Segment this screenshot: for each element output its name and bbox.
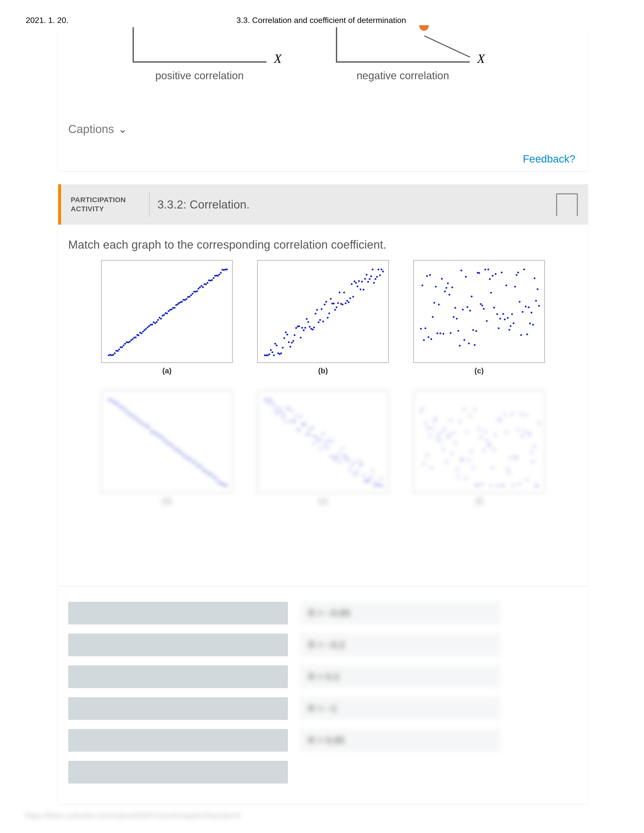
match-value[interactable]: R = −0.85	[301, 602, 500, 624]
footer-url: https://learn.zybooks.com/zybook/DAT210v…	[25, 811, 241, 820]
scatter-plot	[101, 260, 233, 363]
plot-cell-a: (a)	[93, 260, 240, 375]
activity-title: 3.3.2: Correlation.	[157, 198, 250, 211]
plot-cell-e: (e)	[250, 390, 396, 505]
captions-label: Captions	[68, 122, 114, 136]
positive-correlation-plot: X positive correlation	[133, 27, 266, 63]
scatter-plot	[257, 260, 389, 363]
plot-caption-negative: negative correlation	[336, 70, 470, 82]
plot-label: (b)	[318, 367, 328, 375]
x-axis-label: X	[477, 51, 485, 66]
plot-cell-f: (f)	[406, 390, 552, 505]
plot-label: (c)	[475, 367, 484, 375]
match-value[interactable]: R = 0.2	[301, 666, 500, 688]
match-row: R = −0.2	[68, 634, 578, 656]
plot-caption-positive: positive correlation	[133, 70, 266, 82]
plot-label: (d)	[162, 497, 172, 505]
header-date: 2021. 1. 20.	[26, 16, 68, 25]
match-row: R = −0.85	[68, 602, 578, 624]
negative-correlation-plot: X negative correlation	[336, 27, 470, 63]
plot-label: (e)	[319, 497, 328, 505]
match-row: R = 0.85	[68, 729, 578, 752]
activity-tag: PARTICIPATION ACTIVITY	[71, 195, 142, 214]
activity-header-divider	[149, 192, 150, 217]
drop-slot[interactable]	[68, 666, 288, 688]
page-header: 2021. 1. 20. 3.3. Correlation and coeffi…	[26, 16, 617, 25]
drop-slot[interactable]	[68, 634, 288, 656]
participation-activity-card: PARTICIPATION ACTIVITY 3.3.2: Correlatio…	[58, 184, 588, 804]
plot-cell-c: (c)	[406, 260, 552, 375]
x-axis-label: X	[274, 51, 282, 66]
match-row: R = 0.2	[68, 666, 578, 688]
chevron-down-icon: ⌄	[118, 123, 127, 135]
drop-slot[interactable]	[68, 761, 288, 783]
activity-tag-line2: ACTIVITY	[71, 204, 142, 214]
plot-label: (f)	[475, 497, 483, 505]
scatter-plot	[257, 390, 389, 493]
plot-label: (a)	[163, 367, 172, 375]
scatter-plot	[101, 390, 233, 493]
animation-card: X positive correlation X negative correl…	[58, 29, 588, 170]
scatter-plot	[413, 260, 545, 363]
header-title: 3.3. Correlation and coefficient of dete…	[237, 16, 406, 25]
activity-tag-line1: PARTICIPATION	[71, 195, 142, 204]
match-row: R = −1	[68, 697, 578, 720]
feedback-link[interactable]: Feedback?	[523, 153, 575, 165]
plot-cell-b: (b)	[250, 260, 396, 375]
match-value[interactable]: R = −0.2	[301, 634, 500, 656]
drop-slot[interactable]	[68, 697, 288, 720]
match-row	[68, 761, 578, 783]
drop-slot[interactable]	[68, 602, 288, 624]
plot-cell-d: (d)	[93, 390, 240, 505]
scatter-plot	[413, 390, 545, 493]
match-value[interactable]: R = −1	[301, 697, 500, 720]
match-value[interactable]: R = 0.85	[301, 729, 500, 752]
drop-slot[interactable]	[68, 729, 288, 752]
captions-toggle[interactable]: Captions ⌄	[68, 122, 127, 136]
activity-instructions: Match each graph to the corresponding co…	[58, 225, 588, 260]
bookmark-icon[interactable]	[556, 193, 578, 216]
activity-header: PARTICIPATION ACTIVITY 3.3.2: Correlatio…	[58, 184, 588, 225]
match-section: R = −0.85 R = −0.2 R = 0.2 R = −1 R = 0.…	[58, 586, 588, 804]
